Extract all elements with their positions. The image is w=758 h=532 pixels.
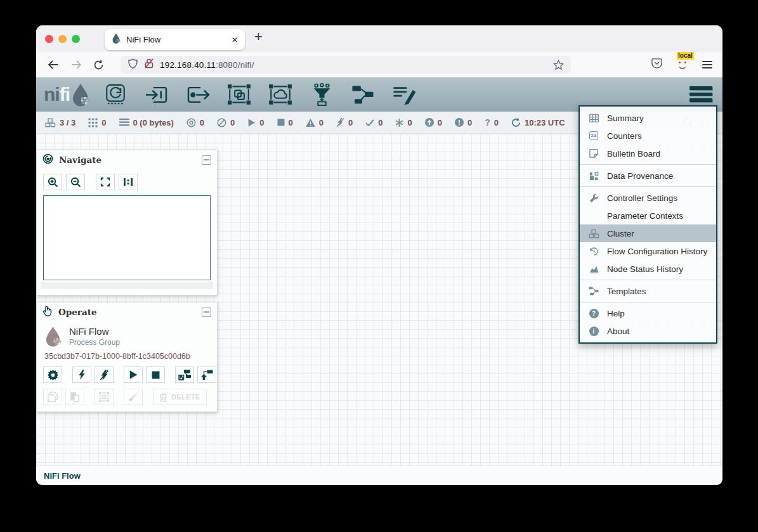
url-host: 192.168.40.11 <box>160 60 216 70</box>
menu-item-bulletin-board[interactable]: Bulletin Board <box>580 145 716 162</box>
enable-button[interactable] <box>72 367 91 383</box>
operate-header[interactable]: Operate <box>37 302 217 321</box>
menu-divider <box>580 186 716 187</box>
upload-template-button[interactable] <box>197 367 216 383</box>
selected-flow-type: Process Group <box>69 338 120 347</box>
menu-item-cluster[interactable]: Cluster <box>580 224 716 242</box>
delete-button[interactable]: DELETE <box>153 389 207 405</box>
fill-color-button[interactable] <box>124 389 143 405</box>
close-window-button[interactable] <box>45 35 53 43</box>
birdseye-footer <box>41 282 213 289</box>
forward-button[interactable] <box>70 60 82 70</box>
menu-divider <box>580 302 716 302</box>
provenance-icon <box>585 171 602 181</box>
status-clock: 10:23 UTC <box>511 118 565 127</box>
processor-component[interactable] <box>103 82 128 107</box>
collapse-navigate-button[interactable] <box>202 155 211 165</box>
menu-item-flow-configuration-history[interactable]: Flow Configuration History <box>580 242 716 260</box>
process-group-component[interactable] <box>226 82 252 107</box>
global-menu-button[interactable] <box>689 86 712 102</box>
insecure-lock-icon[interactable] <box>144 58 154 71</box>
component-palette <box>103 82 417 107</box>
menu-item-label: Controller Settings <box>607 193 677 203</box>
start-button[interactable] <box>124 367 143 383</box>
invalid-icon <box>306 119 315 127</box>
label-component[interactable] <box>391 82 417 107</box>
menu-item-node-status-history[interactable]: Node Status History <box>580 260 716 278</box>
menu-item-counters[interactable]: 23Counters <box>580 127 716 145</box>
menu-item-label: Cluster <box>607 229 634 238</box>
template-sm-icon <box>585 287 602 295</box>
status-locally-modified-stale: 0 <box>455 118 472 127</box>
back-button[interactable] <box>48 60 59 70</box>
navigate-panel: Navigate <box>36 150 218 295</box>
zoom-out-button[interactable] <box>66 174 85 190</box>
remote-process-group-component[interactable] <box>268 82 293 107</box>
output-port-component[interactable] <box>185 82 211 107</box>
input-port-component[interactable] <box>144 82 169 107</box>
minimize-window-button[interactable] <box>58 35 67 43</box>
operate-buttons-row1 <box>37 361 217 383</box>
zoom-window-button[interactable] <box>72 35 80 43</box>
birdseye-view[interactable] <box>43 195 211 280</box>
disable-button[interactable] <box>95 367 114 383</box>
cluster-cubes-icon <box>585 229 602 238</box>
new-tab-button[interactable]: + <box>254 29 263 45</box>
logo-text-fi: fi <box>60 85 70 104</box>
funnel-component[interactable] <box>309 82 334 107</box>
menu-item-templates[interactable]: Templates <box>580 282 716 300</box>
navbar-right: local <box>651 58 712 72</box>
pocket-icon[interactable] <box>651 58 663 72</box>
configure-button[interactable] <box>43 367 62 383</box>
check-icon <box>365 119 374 126</box>
copy-button[interactable] <box>43 389 62 405</box>
url-text[interactable]: 192.168.40.11:8080/nifi/ <box>160 60 254 70</box>
status-stale-count: 0 <box>438 118 442 127</box>
menu-item-parameter-contexts[interactable]: Parameter Contexts <box>580 207 716 224</box>
hand-icon <box>42 306 53 319</box>
menu-item-label: About <box>607 327 629 336</box>
browser-tab[interactable]: NiFi Flow ✕ <box>105 29 245 50</box>
url-bar[interactable]: 192.168.40.11:8080/nifi/ <box>121 56 571 74</box>
create-template-button[interactable] <box>175 367 194 383</box>
close-tab-icon[interactable]: ✕ <box>232 36 238 44</box>
status-locally-modified-stale-count: 0 <box>467 118 472 127</box>
status-sync-failure-count: 0 <box>494 118 499 127</box>
browser-navbar: 192.168.40.11:8080/nifi/ local <box>36 52 722 77</box>
selected-flow-id: 35cbd3b7-017b-1000-8bff-1c3405c00d6b <box>37 347 217 361</box>
stop-button[interactable] <box>146 367 165 383</box>
shield-icon[interactable] <box>127 58 138 72</box>
breadcrumb[interactable]: NiFi Flow <box>44 471 81 481</box>
zoom-fit-button[interactable] <box>96 174 115 190</box>
bookmark-star-icon[interactable] <box>553 60 564 70</box>
browser-menu-button[interactable] <box>702 61 712 68</box>
collapse-operate-button[interactable] <box>202 308 211 317</box>
refresh-icon[interactable] <box>511 118 521 127</box>
template-component[interactable] <box>350 82 376 107</box>
zoom-in-button[interactable] <box>43 174 62 190</box>
menu-item-data-provenance[interactable]: Data Provenance <box>580 167 716 185</box>
group-button[interactable] <box>95 389 114 405</box>
zoom-actual-size-button[interactable] <box>119 174 138 190</box>
global-menu: Summary23CountersBulletin BoardData Prov… <box>578 105 717 344</box>
status-up-to-date: 0 <box>365 118 382 127</box>
status-transmitting-count: 0 <box>200 118 204 127</box>
history-icon <box>585 247 602 256</box>
menu-item-help[interactable]: ?Help <box>580 304 716 322</box>
compass-icon <box>42 153 53 167</box>
menu-item-label: Parameter Contexts <box>607 211 683 221</box>
reload-button[interactable] <box>93 60 104 70</box>
menu-item-summary[interactable]: Summary <box>580 109 716 127</box>
menu-item-about[interactable]: iAbout <box>580 322 716 340</box>
menu-item-controller-settings[interactable]: Controller Settings <box>580 189 716 207</box>
menu-item-label: Templates <box>607 287 646 296</box>
tab-favicon-icon <box>112 33 121 46</box>
navigate-title: Navigate <box>59 155 101 165</box>
profile-avatar[interactable]: local <box>676 58 689 72</box>
nifi-drop-logo-icon <box>71 83 90 107</box>
navigate-header[interactable]: Navigate <box>37 150 217 169</box>
paste-button[interactable] <box>65 389 84 405</box>
status-not-transmitting-count: 0 <box>230 118 235 127</box>
area-chart-icon <box>585 265 602 273</box>
menu-item-label: Counters <box>607 131 642 141</box>
